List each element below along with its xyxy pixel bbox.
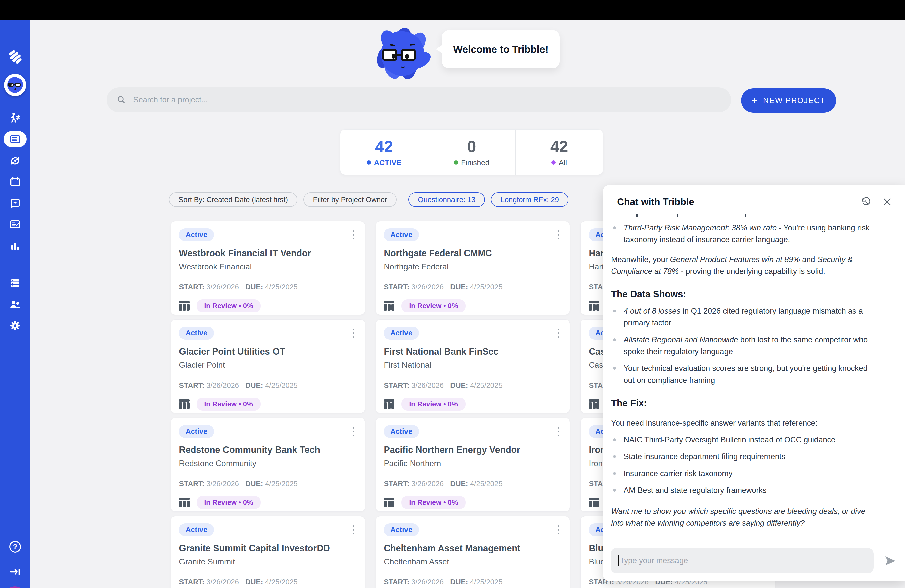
stat-finished[interactable]: 0 Finished [428, 130, 515, 175]
active-count: 42 [375, 137, 393, 156]
project-cards-icon [9, 133, 21, 145]
chat-data-bullets: 4 out of 8 losses in Q1 2026 cited regul… [611, 305, 874, 386]
all-label: All [559, 159, 567, 167]
progress-badge: In Review • 0% [197, 496, 261, 509]
stat-active[interactable]: 42 ACTIVE [340, 130, 428, 175]
status-badge: Active [384, 327, 419, 340]
longform-chip[interactable]: Longform RFx: 29 [491, 192, 568, 207]
send-message-button[interactable] [884, 555, 897, 566]
calendar-icon [9, 176, 21, 188]
history-icon [860, 196, 871, 208]
project-client: Redstone Community [179, 459, 357, 468]
sidebar-item-analytics[interactable] [0, 240, 30, 252]
all-dot [551, 161, 556, 165]
project-dates: START: 3/26/2026DUE: 4/25/2025 [384, 480, 562, 488]
sidebar-item-help[interactable]: ? [0, 541, 30, 553]
new-project-button[interactable]: + NEW PROJECT [741, 88, 836, 113]
project-client: Cheltenham Asset [384, 557, 562, 566]
table-icon [589, 498, 599, 507]
table-icon [589, 399, 599, 409]
sidebar-item-users[interactable] [0, 299, 30, 310]
chat-bullet: Third-Party Risk Management: 38% win rat… [611, 222, 874, 245]
project-card[interactable]: Active Pacific Northern Energy Vendor Pa… [376, 418, 570, 512]
card-menu-button[interactable] [350, 425, 357, 438]
sidebar-item-review[interactable] [0, 219, 30, 230]
card-menu-button[interactable] [555, 327, 562, 340]
sidebar-item-sync[interactable] [0, 155, 30, 167]
text-caret [618, 555, 619, 566]
stat-all[interactable]: 42 All [515, 130, 603, 175]
project-card[interactable]: Active Westbrook Financial IT Vendor Wes… [171, 221, 365, 315]
tribble-assistant-avatar[interactable] [4, 74, 26, 96]
user-avatar[interactable]: TK [4, 586, 25, 588]
bar-chart-icon [9, 240, 21, 252]
project-client: First National [384, 361, 562, 370]
project-title: Granite Summit Capital InvestorDD [179, 543, 357, 553]
sidebar-item-chat[interactable] [0, 198, 30, 209]
project-stats-card: 42 ACTIVE 0 Finished 42 All [340, 129, 603, 175]
chat-sparkle-icon [9, 198, 21, 209]
chat-heading-fix: The Fix: [611, 397, 874, 409]
sidebar-item-settings[interactable] [0, 320, 30, 332]
chat-bullet-list: Third-Party Risk Management: 38% win rat… [611, 222, 874, 245]
filter-chip-row: Sort By: Created Date (latest first) Fil… [169, 192, 568, 207]
project-card[interactable]: Active First National Bank FinSec First … [376, 319, 570, 413]
sidebar-item-content-library[interactable] [0, 277, 30, 289]
card-menu-button[interactable] [555, 523, 562, 536]
project-card[interactable]: Active Cheltenham Asset Management Chelt… [376, 516, 570, 588]
chat-panel: Chat with Tribble Third-Party Risk Manag… [603, 185, 905, 581]
users-icon [9, 299, 21, 310]
card-menu-button[interactable] [350, 327, 357, 340]
card-menu-button[interactable] [350, 228, 357, 242]
table-icon [589, 301, 599, 311]
sync-sparkle-icon [9, 155, 21, 167]
chat-close-button[interactable] [882, 197, 892, 207]
project-client: Pacific Northern [384, 459, 562, 468]
search-placeholder: Search for a project... [133, 95, 208, 104]
project-card[interactable]: Active Granite Summit Capital InvestorDD… [171, 516, 365, 588]
table-icon [179, 399, 189, 409]
chat-bullet: State insurance department filing requir… [611, 451, 874, 462]
sidebar-item-handoff[interactable] [0, 112, 30, 124]
questionnaire-chip[interactable]: Questionnaire: 13 [408, 192, 485, 207]
logout-icon [9, 566, 21, 578]
table-icon [384, 399, 394, 409]
project-card[interactable]: Active Glacier Point Utilities OT Glacie… [171, 319, 365, 413]
project-card[interactable]: Active Redstone Community Bank Tech Reds… [171, 418, 365, 512]
progress-badge: In Review • 0% [402, 496, 465, 509]
project-search-input[interactable]: Search for a project... [106, 87, 731, 113]
sidebar-item-logout[interactable] [0, 566, 30, 578]
card-menu-button[interactable] [350, 523, 357, 536]
status-badge: Active [384, 228, 419, 241]
project-title: Northgate Federal CMMC [384, 248, 562, 259]
owner-filter-chip[interactable]: Filter by Project Owner [303, 192, 397, 207]
project-client: Glacier Point [179, 361, 357, 370]
sidebar-item-calendar[interactable] [0, 176, 30, 188]
chat-paragraph: Meanwhile, your General Product Features… [611, 254, 874, 277]
checklist-card-icon [9, 219, 21, 230]
chat-message-input[interactable]: Type your message [611, 548, 873, 574]
card-menu-button[interactable] [555, 425, 562, 438]
chat-message-area[interactable]: Third-Party Risk Management: 38% win rat… [603, 214, 905, 540]
progress-badge: In Review • 0% [402, 397, 465, 411]
welcome-bubble: Welcome to Tribble! [442, 30, 560, 68]
status-badge: Active [179, 228, 214, 241]
chat-history-button[interactable] [860, 196, 871, 208]
table-icon [179, 301, 189, 311]
tribble-logo[interactable] [0, 49, 30, 64]
chat-closing-question: Want me to show you which specific quest… [611, 505, 874, 529]
table-icon [179, 498, 189, 507]
card-menu-button[interactable] [555, 228, 562, 242]
logo-icon [8, 49, 22, 64]
project-dates: START: 3/26/2026DUE: 4/25/2025 [179, 283, 357, 291]
project-dates: START: 3/26/2026DUE: 4/25/2025 [384, 283, 562, 291]
active-label: ACTIVE [374, 159, 402, 167]
project-card[interactable]: Active Northgate Federal CMMC Northgate … [376, 221, 570, 315]
sort-chip[interactable]: Sort By: Created Date (latest first) [169, 192, 297, 207]
clipped-message-line [611, 214, 874, 217]
sidebar-item-projects-active[interactable] [3, 131, 27, 147]
status-badge: Active [384, 523, 419, 536]
chat-bullet: Your technical evaluation scores are str… [611, 362, 874, 386]
chat-title: Chat with Tribble [617, 197, 860, 208]
project-title: Westbrook Financial IT Vendor [179, 248, 357, 259]
